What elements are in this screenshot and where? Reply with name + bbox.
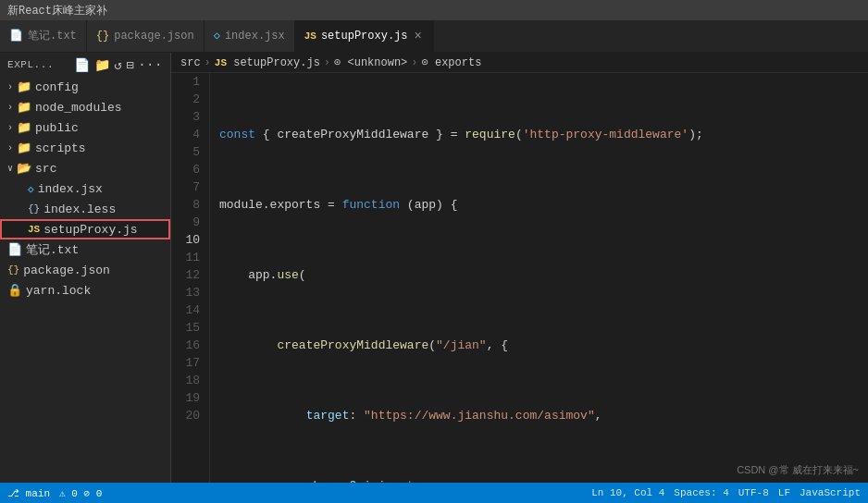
- sidebar-item-index-jsx[interactable]: ◇ index.jsx: [0, 178, 170, 199]
- ln-12: 12: [180, 266, 200, 284]
- sidebar-item-public[interactable]: › 📁 public: [0, 117, 170, 138]
- chevron-right-icon: ›: [7, 143, 13, 153]
- breadcrumb-src: src: [180, 56, 201, 69]
- sidebar: EXPL... 📄 📁 ↺ ⊟ ··· › 📁 config › 📁 node_…: [0, 53, 171, 483]
- tab-package-json[interactable]: {} package.json: [87, 20, 205, 52]
- chevron-right-icon: ›: [7, 82, 13, 92]
- ln-9: 9: [180, 214, 200, 231]
- sidebar-item-index-less[interactable]: {} index.less: [0, 199, 170, 219]
- tab-icon-txt: 📄: [9, 29, 23, 43]
- new-file-icon[interactable]: 📄: [74, 57, 91, 73]
- chevron-right-icon: ›: [7, 103, 13, 113]
- breadcrumb-file: JS setupProxy.js: [215, 56, 320, 69]
- tab-icon-js: JS: [304, 31, 316, 42]
- ln-5: 5: [180, 143, 200, 161]
- code-line-1: const { createProxyMiddleware } = requir…: [219, 126, 868, 143]
- error-count[interactable]: ⚠ 0 ⊘ 0: [59, 487, 102, 499]
- eol[interactable]: LF: [778, 487, 790, 498]
- tab-setup-proxy[interactable]: JS setupProxy.js ×: [295, 20, 434, 52]
- editor-area: src › JS setupProxy.js › ⊙ <unknown> › ⊙…: [171, 53, 868, 483]
- folder-icon: 📁: [17, 80, 31, 94]
- title-bar: 新React床峰主家补: [0, 0, 868, 20]
- ln-16: 16: [180, 337, 200, 354]
- more-icon[interactable]: ···: [138, 57, 163, 73]
- code-line-2: module.exports = function (app) {: [219, 196, 868, 214]
- js-file-icon: JS: [28, 224, 40, 235]
- ln-17: 17: [180, 354, 200, 372]
- line-numbers: 1 2 3 4 5 6 7 8 9 10 11 12 13 14 15 16 1…: [171, 73, 210, 483]
- ln-13: 13: [180, 284, 200, 301]
- status-right: Ln 10, Col 4 Spaces: 4 UTF-8 LF JavaScri…: [591, 487, 861, 498]
- ln-3: 3: [180, 108, 200, 126]
- refresh-icon[interactable]: ↺: [114, 57, 122, 73]
- cursor-position[interactable]: Ln 10, Col 4: [591, 487, 664, 498]
- sidebar-item-src[interactable]: ∨ 📂 src: [0, 158, 170, 178]
- folder-icon: 📁: [17, 100, 31, 115]
- ln-15: 15: [180, 319, 200, 337]
- ln-19: 19: [180, 389, 200, 407]
- tab-icon-jsx: ◇: [214, 29, 220, 43]
- sidebar-item-scripts[interactable]: › 📁 scripts: [0, 138, 170, 158]
- ln-1: 1: [180, 73, 200, 91]
- ln-6: 6: [180, 161, 200, 178]
- ln-11: 11: [180, 249, 200, 266]
- ln-18: 18: [180, 372, 200, 389]
- tab-bar: 📄 笔记.txt {} package.json ◇ index.jsx JS …: [0, 20, 868, 53]
- folder-icon: 📁: [17, 141, 31, 155]
- code-editor[interactable]: const { createProxyMiddleware } = requir…: [210, 73, 868, 483]
- sidebar-item-notes[interactable]: 📄 笔记.txt: [0, 239, 170, 260]
- breadcrumb-bar: src › JS setupProxy.js › ⊙ <unknown> › ⊙…: [171, 53, 868, 73]
- lock-file-icon: 🔒: [7, 283, 22, 298]
- sidebar-item-node-modules[interactable]: › 📁 node_modules: [0, 97, 170, 117]
- code-line-6: changeOrigin: true,: [219, 477, 868, 483]
- sidebar-header: EXPL... 📄 📁 ↺ ⊟ ···: [0, 53, 170, 77]
- breadcrumb-sep-2: ›: [324, 56, 330, 69]
- breadcrumb-unknown: ⊙ <unknown>: [334, 55, 407, 69]
- sidebar-header-icons: 📄 📁 ↺ ⊟ ···: [74, 57, 163, 73]
- ln-2: 2: [180, 91, 200, 108]
- status-left: ⎇ main ⚠ 0 ⊘ 0: [7, 487, 102, 499]
- code-line-3: app.use(: [219, 266, 868, 284]
- title-bar-text: 新React床峰主家补: [7, 3, 107, 18]
- breadcrumb-sep-3: ›: [411, 56, 417, 69]
- status-bar: ⎇ main ⚠ 0 ⊘ 0 Ln 10, Col 4 Spaces: 4 UT…: [0, 483, 868, 503]
- sidebar-item-package-json[interactable]: {} package.json: [0, 260, 170, 280]
- breadcrumb-sep-1: ›: [205, 56, 211, 69]
- sidebar-item-yarn-lock[interactable]: 🔒 yarn.lock: [0, 280, 170, 301]
- chevron-down-icon: ∨: [7, 163, 13, 174]
- sidebar-item-config[interactable]: › 📁 config: [0, 77, 170, 97]
- chevron-right-icon: ›: [7, 123, 13, 133]
- new-folder-icon[interactable]: 📁: [94, 57, 111, 73]
- ln-7: 7: [180, 178, 200, 196]
- code-line-4: createProxyMiddleware("/jian", {: [219, 337, 868, 354]
- code-container[interactable]: 1 2 3 4 5 6 7 8 9 10 11 12 13 14 15 16 1…: [171, 73, 868, 483]
- ln-4: 4: [180, 126, 200, 143]
- language-mode[interactable]: JavaScript: [800, 487, 861, 498]
- encoding[interactable]: UTF-8: [738, 487, 769, 498]
- sidebar-item-setup-proxy[interactable]: JS setupProxy.js: [0, 219, 170, 239]
- git-branch[interactable]: ⎇ main: [7, 487, 50, 499]
- json-file-icon: {}: [7, 264, 19, 276]
- main-layout: EXPL... 📄 📁 ↺ ⊟ ··· › 📁 config › 📁 node_…: [0, 53, 868, 483]
- tab-icon-json: {}: [96, 30, 109, 43]
- less-file-icon: {}: [28, 203, 40, 215]
- tab-notes[interactable]: 📄 笔记.txt: [0, 20, 87, 52]
- tab-close-button[interactable]: ×: [413, 29, 424, 43]
- jsx-file-icon: ◇: [28, 183, 34, 195]
- ln-8: 8: [180, 196, 200, 214]
- collapse-icon[interactable]: ⊟: [126, 57, 134, 73]
- ln-10: 10: [180, 231, 200, 249]
- breadcrumb-exports: ⊙ exports: [422, 55, 482, 69]
- folder-icon: 📁: [17, 120, 31, 135]
- code-line-5: target: "https://www.jianshu.com/asimov"…: [219, 407, 868, 424]
- ln-20: 20: [180, 407, 200, 424]
- watermark: CSDN @常 威在打来来福~: [737, 463, 859, 477]
- indentation[interactable]: Spaces: 4: [674, 487, 728, 498]
- ln-14: 14: [180, 301, 200, 319]
- folder-open-icon: 📂: [17, 161, 31, 176]
- tab-index-jsx[interactable]: ◇ index.jsx: [205, 20, 295, 52]
- txt-file-icon: 📄: [7, 242, 22, 257]
